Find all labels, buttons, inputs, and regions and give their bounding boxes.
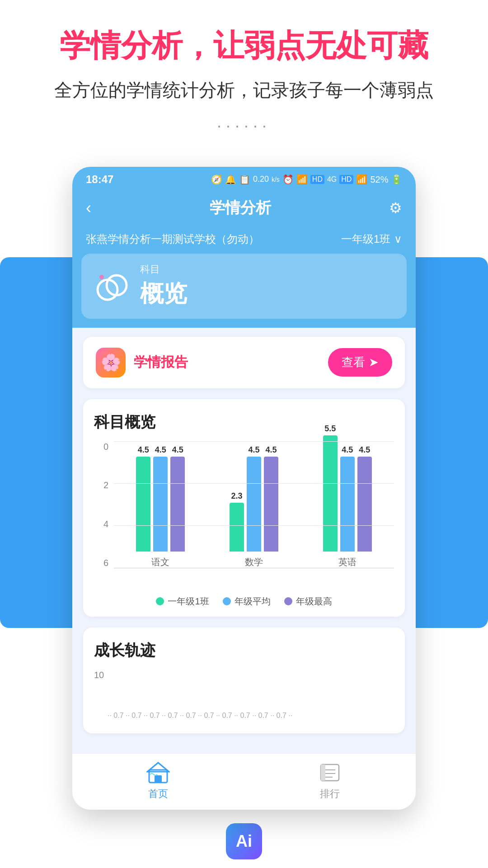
bar-label-math: 数学 [245,556,263,568]
bar-math-3: 4.5 [264,445,278,552]
growth-data-row: ·· 0.7 ·· 0.7 ·· 0.7 ·· 0.7 ·· 0.7 ·· 0.… [108,712,394,720]
home-icon [146,761,170,784]
tab-label: 科目 [140,263,393,276]
bar-group-math: 2.3 4.5 4.5 [230,445,278,568]
legend-top: 年级最高 [284,595,332,608]
bars-row-english: 5.5 4.5 4.5 [323,424,372,552]
ai-badge[interactable]: Ai [226,823,262,859]
dots-decoration: ······ [36,116,452,135]
dropdown-icon: ∨ [394,233,402,245]
y-axis: 6 4 2 0 [94,442,112,568]
nav-item-home[interactable]: 首页 [146,761,170,801]
bar-chinese-2: 4.5 [153,445,168,552]
bar-english-2: 4.5 [340,445,355,552]
bar-english-3: 4.5 [357,445,372,552]
bottom-navigation: 首页 排行 [72,753,416,810]
bar-group-chinese: 4.5 4.5 4.5 [136,445,185,568]
svg-rect-6 [155,775,162,783]
bar-english-1: 5.5 [323,424,338,552]
grid-line-4 [114,483,394,484]
top-section: 学情分析，让弱点无处可藏 全方位的学情统计分析，记录孩子每一个薄弱点 ·····… [0,0,488,167]
nav-label-rank: 排行 [320,787,340,801]
ai-label: Ai [236,832,252,851]
chart-drawing-area: 4.5 4.5 4.5 [114,442,394,568]
main-title: 学情分析，让弱点无处可藏 [36,27,452,64]
bar-math-2: 4.5 [247,445,261,552]
phone-screen: 18:47 🧭 🔔 📋 0.20 k/s ⏰ 📶 HD 4G HD 📶 52% … [72,167,416,810]
legend-dot-top [284,597,292,605]
growth-chart: 10 ·· 0.7 ·· 0.7 ·· 0.7 ·· 0.7 ·· 0.7 ··… [94,670,394,724]
tab-content: 科目 概览 [140,263,393,310]
nav-label-home: 首页 [148,787,168,801]
grid-line-6 [114,441,394,442]
bar-math-1: 2.3 [230,491,244,551]
status-bar: 18:47 🧭 🔔 📋 0.20 k/s ⏰ 📶 HD 4G HD 📶 52% … [72,167,416,190]
status-time: 18:47 [86,173,113,186]
grid-line-2 [114,525,394,526]
legend-class: 一年级1班 [156,595,209,608]
phone-mockup: 18:47 🧭 🔔 📋 0.20 k/s ⏰ 📶 HD 4G HD 📶 52% … [72,167,416,810]
header-title: 学情分析 [210,198,271,218]
arrow-icon: ➤ [369,355,379,369]
bar-group-english: 5.5 4.5 4.5 [323,424,372,568]
overview-tab-card[interactable]: 科目 概览 [81,254,407,319]
growth-section-title: 成长轨迹 [94,640,394,661]
report-left: 🌸 学情报告 [96,348,188,377]
status-icons: 🧭 🔔 📋 0.20 k/s ⏰ 📶 HD 4G HD 📶 52% 🔋 [211,174,402,185]
legend-avg: 年级平均 [223,595,271,608]
svg-point-0 [99,275,104,279]
bars-row-chinese: 4.5 4.5 4.5 [136,445,185,552]
bar-chinese-1: 4.5 [136,445,150,552]
report-card: 🌸 学情报告 查看 ➤ [83,337,405,388]
battery-status: 52% 🔋 [370,174,402,185]
content-area: 🌸 学情报告 查看 ➤ 科目概览 6 4 2 [72,328,416,753]
view-report-button[interactable]: 查看 ➤ [328,348,392,377]
sub-title: 全方位的学情统计分析，记录孩子每一个薄弱点 [36,78,452,103]
bars-container: 4.5 4.5 4.5 [114,442,394,568]
bar-label-chinese: 语文 [151,556,169,568]
legend-dot-class [156,597,164,605]
bars-row-math: 2.3 4.5 4.5 [230,445,278,552]
tab-main-text: 概览 [140,278,393,310]
class-name: 一年级1班 [341,232,390,246]
bar-chart: 6 4 2 0 [94,442,394,586]
legend-dot-avg [223,597,231,605]
report-title: 学情报告 [134,353,188,372]
chart-section: 科目概览 6 4 2 0 [83,399,405,617]
school-name: 张燕学情分析一期测试学校（勿动） [86,232,341,246]
x-axis-line [114,568,394,568]
growth-y-max: 10 [94,670,104,680]
report-icon: 🌸 [96,348,126,377]
bar-chinese-3: 4.5 [170,445,185,552]
subject-icon [95,268,131,304]
subject-tabs-area: 科目 概览 [72,254,416,328]
nav-item-rank[interactable]: 排行 [318,761,342,801]
rank-icon [318,761,342,784]
back-button[interactable]: ‹ [86,198,91,217]
bar-label-english: 英语 [338,556,357,568]
svg-rect-11 [321,764,325,781]
settings-icon[interactable]: ⚙ [389,199,402,217]
app-header: ‹ 学情分析 ⚙ [72,190,416,227]
growth-section: 成长轨迹 10 ·· 0.7 ·· 0.7 ·· 0.7 ·· 0.7 ·· 0… [83,627,405,733]
class-selector[interactable]: 一年级1班 ∨ [341,232,402,246]
chart-legend: 一年级1班 年级平均 年级最高 [94,595,394,608]
school-bar: 张燕学情分析一期测试学校（勿动） 一年级1班 ∨ [72,227,416,254]
